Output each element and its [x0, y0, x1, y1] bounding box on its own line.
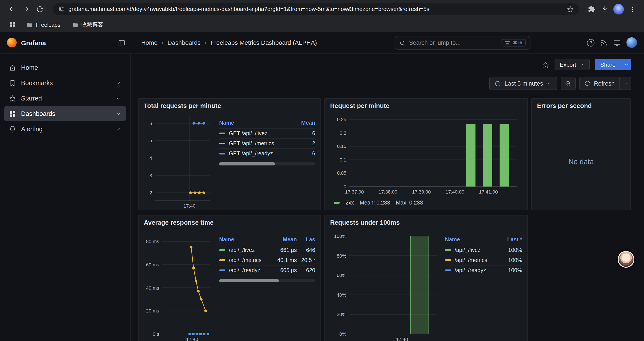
chevron-down-icon[interactable]	[115, 80, 122, 86]
dashboards-grid-icon	[9, 110, 16, 117]
address-bar[interactable]: grafana.mathmast.com/d/deytv4rwavabkb/fr…	[52, 3, 579, 15]
scrollbar-thumb[interactable]	[219, 279, 279, 282]
downloads-button[interactable]	[598, 3, 611, 15]
series-name[interactable]: /api/_/readyz	[229, 267, 269, 273]
reload-button[interactable]	[33, 3, 46, 16]
panel-title[interactable]: Errors per second	[532, 99, 630, 110]
back-icon	[8, 5, 16, 13]
series-color-swatch	[445, 259, 451, 261]
chevron-down-icon[interactable]	[115, 95, 122, 101]
series-name[interactable]: 2xx	[346, 200, 354, 206]
legend-col-name[interactable]: Name	[445, 237, 498, 243]
series-color-swatch	[445, 269, 451, 271]
chevron-down-icon	[623, 81, 628, 86]
chevron-down-icon	[546, 81, 552, 86]
panel-body: 0.250.20.150.10.05017:37:0017:38:0017:39…	[325, 114, 528, 206]
dock-menu-button[interactable]	[118, 39, 126, 46]
browser-toolbar: grafana.mathmast.com/d/deytv4rwavabkb/fr…	[0, 0, 644, 18]
extensions-button[interactable]	[585, 3, 598, 15]
search-shortcut: ⌘+k	[502, 39, 526, 47]
series-last: 620	[297, 267, 315, 273]
grafana-body: Home Bookmarks Starred Dashboards	[0, 54, 644, 341]
bookmark-icon	[9, 79, 16, 87]
time-range-label: Last 5 minutes	[504, 80, 543, 87]
legend-col-mean[interactable]: Mean	[269, 237, 297, 243]
panel-body: 80 ms60 ms40 ms20 ms0 s17:40 Name Mean L…	[138, 227, 320, 341]
scrollbar-thumb[interactable]	[219, 162, 275, 165]
series-color-swatch	[219, 143, 225, 144]
sidebar-item-bookmarks[interactable]: Bookmarks	[4, 76, 126, 90]
panel-title[interactable]: Total requests per minute	[138, 99, 320, 110]
share-menu-button[interactable]	[621, 59, 631, 70]
legend-col-name[interactable]: Name	[219, 120, 291, 126]
refresh-split-button: Refresh	[579, 77, 631, 90]
legend-scrollbar[interactable]	[219, 162, 315, 165]
legend-row: /api/_/livez 100%	[445, 245, 522, 255]
legend-col-name[interactable]: Name	[219, 237, 269, 243]
average-response-time-chart: 80 ms60 ms40 ms20 ms0 s17:40	[144, 229, 215, 341]
legend-row: /api/_/metrics 100%	[445, 255, 522, 265]
site-settings-icon[interactable]	[58, 6, 64, 12]
apps-grid-button[interactable]	[6, 19, 18, 31]
url-text[interactable]: grafana.mathmast.com/d/deytv4rwavabkb/fr…	[68, 6, 563, 12]
share-button[interactable]: Share	[595, 59, 621, 70]
keyboard-icon	[504, 40, 510, 46]
legend-table: Name Last * /api/_/livez 100%	[445, 229, 522, 341]
series-color-swatch	[334, 202, 340, 204]
time-range-picker[interactable]: Last 5 minutes	[489, 77, 557, 90]
chevron-down-icon[interactable]	[115, 111, 122, 117]
sidebar-item-home[interactable]: Home	[4, 60, 126, 75]
favorite-star-button[interactable]	[542, 61, 549, 68]
bookmark-freeleaps[interactable]: Freeleaps	[23, 20, 64, 30]
legend-col-last[interactable]: Last *	[498, 237, 522, 243]
chevron-down-icon[interactable]	[115, 126, 122, 132]
user-avatar[interactable]	[626, 37, 637, 48]
series-name[interactable]: GET /api/_/readyz	[229, 151, 291, 157]
series-last: 646	[297, 247, 315, 253]
refresh-button[interactable]: Refresh	[579, 77, 620, 90]
series-name[interactable]: /api/_/livez	[229, 247, 269, 253]
panel-title[interactable]: Request per minute	[325, 99, 528, 110]
grafana-logo[interactable]	[7, 38, 17, 47]
series-name[interactable]: GET /api/_/metrics	[229, 140, 291, 147]
news-button[interactable]	[600, 39, 608, 46]
back-button[interactable]	[5, 3, 18, 16]
series-name[interactable]: /api/_/readyz	[454, 267, 498, 273]
refresh-interval-button[interactable]	[620, 77, 631, 90]
browser-profile-avatar[interactable]	[613, 4, 624, 14]
breadcrumb-dashboards[interactable]: Dashboards	[168, 39, 200, 46]
bookmark-blog-folder[interactable]: 收藏博客	[68, 20, 107, 30]
legend-scrollbar[interactable]	[219, 279, 315, 282]
series-last: 100%	[498, 247, 522, 253]
sidebar-item-starred[interactable]: Starred	[4, 91, 126, 106]
legend-col-mean[interactable]: Mean	[291, 120, 315, 126]
series-name[interactable]: GET /api/_/livez	[229, 130, 291, 137]
brand-name: Grafana	[21, 39, 46, 46]
star-icon	[542, 61, 549, 68]
panel-title[interactable]: Requests under 100ms	[325, 215, 528, 227]
series-name[interactable]: /api/_/metrics	[454, 257, 498, 263]
grafana-app: Grafana Home › Dashboards › Freeleaps Me…	[0, 32, 644, 341]
download-icon	[601, 5, 608, 13]
legend-col-last[interactable]: Las	[297, 237, 315, 243]
assistant-avatar[interactable]	[618, 251, 634, 268]
series-name[interactable]: /api/_/metrics	[229, 257, 269, 263]
bookmark-star-icon[interactable]	[567, 6, 574, 13]
series-mean: 6	[291, 151, 315, 157]
series-name[interactable]: /api/_/livez	[454, 247, 498, 253]
sidebar-item-alerting[interactable]: Alerting	[4, 122, 126, 137]
breadcrumb-separator: ›	[162, 39, 164, 46]
star-icon	[9, 95, 16, 102]
browser-menu-button[interactable]	[626, 3, 639, 15]
export-button[interactable]: Export	[554, 59, 590, 70]
zoom-out-icon	[565, 80, 571, 87]
sidebar-item-dashboards[interactable]: Dashboards	[4, 106, 126, 121]
search-input[interactable]: Search or jump to... ⌘+k	[394, 36, 530, 50]
panel-title[interactable]: Average response time	[138, 215, 320, 227]
forward-button[interactable]	[19, 3, 32, 16]
folder-icon	[26, 22, 33, 28]
zoom-out-button[interactable]	[560, 77, 576, 90]
breadcrumb-home[interactable]: Home	[141, 39, 158, 46]
display-button[interactable]	[613, 39, 621, 46]
help-button[interactable]: ?	[587, 39, 594, 46]
